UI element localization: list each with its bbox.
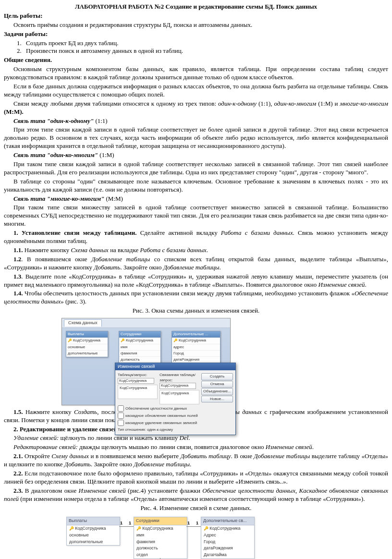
t: . В появившемся окне	[21, 255, 91, 263]
relationship-line[interactable]	[119, 526, 134, 527]
t: Изменение связей	[79, 487, 126, 494]
field[interactable]: КодСотрудника	[134, 525, 187, 532]
field[interactable]: датаРождения	[201, 545, 254, 552]
step-1: 1. Установление связи между таблицами. С…	[4, 229, 388, 245]
t: 2. Редактирование и удаление связей.	[13, 425, 119, 433]
field[interactable]: ДатаНайма	[201, 552, 254, 559]
combo-left-table[interactable]: КодСотрудника	[118, 378, 154, 384]
t: ,	[295, 487, 299, 494]
field-cell[interactable]: КодСотрудника	[160, 390, 199, 396]
goal-heading: Цель работы:	[4, 12, 43, 19]
table-sotrudniki[interactable]: Сотрудники КодСотрудника имя фамилия дол…	[134, 517, 187, 559]
checkbox[interactable]	[118, 413, 124, 419]
chk-integrity[interactable]: Обеспечение целостности данных	[118, 405, 233, 412]
t: Связи между любыми двумя таблицами относ…	[13, 100, 218, 107]
figure-3-caption: Рис. 3. Окна схемы данных и изменения св…	[4, 307, 388, 315]
table-sotrudniki[interactable]: Сотрудники КодСотрудника имя фамилия дол…	[119, 331, 161, 364]
table-dopolnitelnye[interactable]: Дополнительные св... КодСотрудника Адрес…	[201, 517, 255, 559]
multiplicity-one: 1	[187, 521, 190, 526]
multiplicity-one: 1	[196, 521, 198, 526]
relationship-line[interactable]	[186, 526, 201, 527]
tab-schema[interactable]: Схема данных	[64, 319, 102, 327]
field[interactable]: основные	[67, 532, 120, 539]
field[interactable]: дополнительные	[66, 351, 108, 357]
field[interactable]: отдел	[134, 552, 187, 559]
dialog-title: Изменение связей	[115, 363, 235, 371]
t: (рис.4) установите флажки	[126, 487, 203, 494]
t: .	[190, 461, 191, 468]
field[interactable]: адрес	[172, 344, 220, 351]
step-2-2: 2.2. Если подстановочное поле было оформ…	[4, 470, 388, 486]
field[interactable]: должность	[134, 545, 187, 552]
t: Удаление связей:	[13, 434, 59, 441]
t: Схема данных	[71, 246, 108, 254]
t: Добавить	[94, 264, 120, 271]
cancel-button[interactable]: Отмена	[201, 381, 233, 388]
table-caption: Сотрудники	[119, 331, 160, 338]
t: 2.2.	[13, 470, 23, 477]
field[interactable]: основные	[66, 344, 108, 351]
field[interactable]: КодСотрудника	[119, 338, 160, 344]
field[interactable]: КодСотрудника	[67, 525, 120, 532]
figure-4-caption: Рис. 4. Изменение связей в схеме данных.	[4, 504, 388, 512]
table-caption: Дополнительные ...	[172, 331, 220, 338]
screenshot-schema-edit: Выплаты КодСотрудника основные дополните…	[66, 515, 254, 559]
t: Нажмите кнопку	[23, 408, 74, 415]
step-1-4: 1.4. Чтобы обеспечить целостность данных…	[4, 290, 388, 306]
step-1-2: 1.2. В появившемся окне Добавление табли…	[4, 255, 388, 272]
table-vyplaty[interactable]: Выплаты КодСотрудника основные дополните…	[66, 517, 120, 546]
field[interactable]: КодСотрудника	[172, 338, 220, 344]
rel-1m-p1: При таком типе связи каждой записи в одн…	[4, 160, 388, 177]
edit-links-dialog[interactable]: Изменение связей Таблица/запрос: КодСотр…	[115, 363, 236, 435]
t: (1:М)	[316, 100, 334, 107]
t: Откройте	[23, 452, 52, 460]
t: Обеспечение целостности данных	[202, 487, 295, 494]
step-2-edit: Редактирование связей: дважды щелкнуть м…	[4, 443, 388, 451]
step-2-1: 2.1. Откройте Схему данных и в появившем…	[4, 452, 388, 469]
field[interactable]: Адрес	[201, 532, 254, 539]
table-vyplaty[interactable]: Выплаты КодСотрудника основные дополните…	[66, 331, 108, 358]
general-p2: Если в базе данных должна содержаться ин…	[4, 83, 388, 99]
field[interactable]: Город	[172, 351, 220, 357]
t: .	[312, 443, 314, 450]
t: и в появившемся меню выберите	[89, 452, 180, 460]
step-2-3: 2.3. В диалоговом окне Изменение связей …	[4, 487, 388, 503]
multiplicity-one: 1	[129, 521, 131, 526]
t: 1.2	[13, 255, 21, 263]
field[interactable]: дополнительные	[67, 539, 120, 546]
create-button[interactable]: Создать	[201, 373, 233, 380]
field[interactable]: имя	[119, 344, 160, 351]
field[interactable]: КодСотрудника	[66, 338, 108, 344]
t: » (рис. 3).	[61, 298, 86, 305]
schema-canvas[interactable]: Выплаты КодСотрудника основные дополните…	[62, 328, 230, 405]
field[interactable]: Город	[201, 539, 254, 546]
new-button[interactable]: Новое...	[201, 396, 233, 402]
t: Добавление таблицы	[91, 255, 150, 263]
field[interactable]: имя	[134, 532, 187, 539]
relation-type-value: один-к-одному	[147, 427, 173, 432]
rel-11-h: Связь типа "один-к-одному" (1:1)	[4, 117, 388, 125]
field[interactable]: КодСотрудника	[201, 525, 254, 532]
field-cell[interactable]: КодСотрудника	[118, 385, 157, 391]
chk-cascade-update[interactable]: каскадное обновление связанных полей	[118, 413, 233, 419]
tasks-heading: Задачи работы:	[4, 30, 388, 38]
tasks-h: Задачи работы:	[4, 30, 48, 37]
t: Добавить	[64, 461, 91, 468]
chk-cascade-delete[interactable]: каскадное удаление связанных записей	[118, 420, 233, 426]
t: Связь типа "один-к-одному"	[13, 117, 94, 124]
screenshot-schema-window: Схема данных Выплаты КодСотрудника основ…	[61, 318, 231, 405]
t: В диалоговом окне	[23, 487, 79, 494]
label: Связанная таблица/запрос:	[159, 373, 199, 383]
step-2-del: Удаление связей: щёлкнуть по линии связи…	[4, 434, 388, 442]
field[interactable]: фамилия	[119, 351, 160, 357]
goal-text: Освоить приёмы создания и редактирования…	[4, 21, 388, 29]
checkbox[interactable]	[118, 405, 124, 412]
checkbox[interactable]	[118, 420, 124, 426]
tab-bar: Схема данных	[62, 318, 230, 328]
t: и	[335, 100, 340, 107]
join-button[interactable]: Объединение...	[201, 388, 233, 395]
combo-right-table[interactable]: КодСотрудника	[159, 383, 196, 389]
t: Добавление таблицы	[134, 461, 190, 468]
field[interactable]: фамилия	[134, 539, 187, 546]
general-p1: Основным структурным компонентом базы да…	[4, 65, 388, 82]
